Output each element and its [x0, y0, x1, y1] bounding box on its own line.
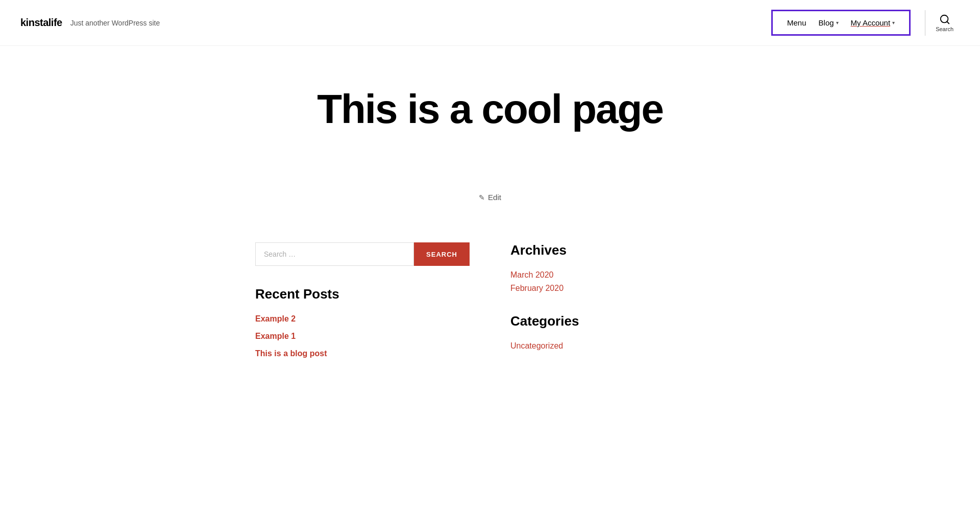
myaccount-chevron-icon: ▾: [892, 20, 895, 26]
recent-post-link[interactable]: Example 1: [255, 332, 296, 340]
archive-link[interactable]: March 2020: [510, 270, 554, 279]
header-search-label: Search: [936, 26, 953, 32]
page-title: This is a cool page: [317, 87, 663, 132]
widgets-left: SEARCH Recent Posts Example 2 Example 1 …: [255, 242, 470, 358]
nav-blog-label: Blog: [819, 18, 834, 27]
header-search-button[interactable]: Search: [929, 10, 960, 36]
list-item: March 2020: [510, 270, 725, 280]
edit-label: Edit: [488, 193, 501, 202]
search-button[interactable]: SEARCH: [414, 242, 470, 266]
recent-post-link[interactable]: This is a blog post: [255, 349, 327, 358]
recent-posts-list: Example 2 Example 1 This is a blog post: [255, 314, 470, 358]
list-item: Uncategorized: [510, 341, 725, 351]
nav-menu-link[interactable]: Menu: [787, 18, 806, 27]
widgets-right: Archives March 2020 February 2020 Catego…: [510, 242, 725, 358]
categories-list: Uncategorized: [510, 341, 725, 351]
search-icon: [939, 14, 950, 25]
site-header: kinstalife Just another WordPress site M…: [0, 0, 980, 46]
blog-chevron-icon: ▾: [836, 20, 839, 26]
nav-myaccount-dropdown[interactable]: My Account ▾: [851, 18, 895, 27]
category-link[interactable]: Uncategorized: [510, 341, 563, 350]
list-item: Example 1: [255, 332, 470, 341]
edit-link[interactable]: ✎ Edit: [479, 193, 501, 202]
header-nav: Menu Blog ▾ My Account ▾ Search: [771, 10, 960, 36]
nav-menu-box: Menu Blog ▾ My Account ▾: [771, 10, 911, 36]
header-divider: [925, 10, 925, 36]
site-title: kinstalife: [20, 17, 62, 29]
nav-myaccount-label: My Account: [851, 18, 891, 27]
categories-title: Categories: [510, 313, 725, 329]
recent-post-link[interactable]: Example 2: [255, 314, 296, 323]
search-input[interactable]: [255, 242, 414, 266]
nav-blog-dropdown[interactable]: Blog ▾: [819, 18, 839, 27]
search-widget: SEARCH: [255, 242, 470, 266]
list-item: February 2020: [510, 284, 725, 293]
site-tagline: Just another WordPress site: [70, 19, 160, 27]
list-item: Example 2: [255, 314, 470, 324]
main-content: This is a cool page ✎ Edit SEARCH Recent…: [0, 46, 980, 358]
archives-title: Archives: [510, 242, 725, 258]
header-branding: kinstalife Just another WordPress site: [20, 17, 160, 29]
edit-icon: ✎: [479, 193, 485, 202]
recent-posts-title: Recent Posts: [255, 286, 470, 302]
archive-link[interactable]: February 2020: [510, 284, 564, 292]
list-item: This is a blog post: [255, 349, 470, 358]
widgets-area: SEARCH Recent Posts Example 2 Example 1 …: [235, 242, 745, 358]
archives-list: March 2020 February 2020: [510, 270, 725, 293]
svg-line-1: [947, 21, 949, 23]
